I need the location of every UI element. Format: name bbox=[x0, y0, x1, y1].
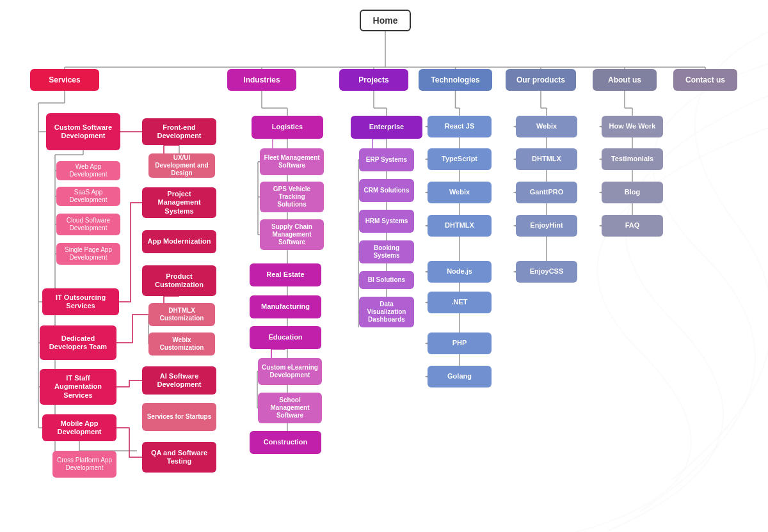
nav-contact-us[interactable]: Contact us bbox=[673, 69, 737, 91]
node-label: Data Visualization Dashboards bbox=[363, 301, 410, 324]
node-label: CRM Solutions bbox=[364, 187, 409, 194]
node-label: App Modernization bbox=[148, 237, 211, 246]
node-label: TypeScript bbox=[442, 155, 477, 163]
web-app-node[interactable]: Web App Development bbox=[56, 161, 120, 180]
blog-node[interactable]: Blog bbox=[602, 182, 663, 203]
erp-node[interactable]: ERP Systems bbox=[359, 148, 414, 171]
nav-label: Our products bbox=[516, 75, 565, 84]
crm-node[interactable]: CRM Solutions bbox=[359, 179, 414, 202]
node-label: Education bbox=[268, 333, 302, 341]
frontend-node[interactable]: Front-end Development bbox=[142, 118, 216, 145]
node-label: Booking Systems bbox=[363, 244, 410, 260]
product-custom-node[interactable]: Product Customization bbox=[142, 265, 216, 296]
node-label: FAQ bbox=[625, 221, 640, 230]
custom-elearning-node[interactable]: Custom eLearning Development bbox=[258, 358, 322, 385]
node-label: Web App Development bbox=[60, 163, 116, 178]
hrm-node[interactable]: HRM Systems bbox=[359, 210, 414, 233]
node-label: GPS Vehicle Tracking Solutions bbox=[264, 185, 320, 208]
cross-platform-node[interactable]: Cross Platform App Development bbox=[52, 451, 116, 478]
node-label: Enterprise bbox=[369, 123, 404, 131]
testimonials-node[interactable]: Testimonials bbox=[602, 148, 663, 170]
node-label: Cloud Software Development bbox=[60, 217, 116, 232]
nodejs-node[interactable]: Node.js bbox=[428, 261, 492, 283]
enterprise-node[interactable]: Enterprise bbox=[351, 116, 422, 139]
node-label: Supply Chain Management Software bbox=[264, 223, 320, 246]
nav-our-products[interactable]: Our products bbox=[506, 69, 576, 91]
node-label: SaaS App Development bbox=[60, 189, 116, 204]
dedicated-dev-node[interactable]: Dedicated Developers Team bbox=[40, 325, 116, 360]
app-modern-node[interactable]: App Modernization bbox=[142, 230, 216, 253]
node-label: Cross Platform App Development bbox=[56, 457, 113, 472]
manufacturing-node[interactable]: Manufacturing bbox=[250, 295, 321, 318]
single-page-node[interactable]: Single Page App Development bbox=[56, 243, 120, 265]
enjoyhint-node[interactable]: EnjoyHint bbox=[516, 215, 577, 237]
supply-chain-node[interactable]: Supply Chain Management Software bbox=[260, 219, 324, 250]
nav-label: About us bbox=[608, 75, 641, 84]
node-label: DHTMLX Customization bbox=[152, 307, 211, 322]
home-label: Home bbox=[373, 15, 398, 26]
logistics-node[interactable]: Logistics bbox=[252, 116, 323, 139]
webix-tech-node[interactable]: Webix bbox=[428, 182, 492, 203]
nav-about-us[interactable]: About us bbox=[593, 69, 657, 91]
custom-software-node[interactable]: Custom Software Development bbox=[46, 113, 120, 150]
ai-software-node[interactable]: AI Software Development bbox=[142, 366, 216, 395]
education-node[interactable]: Education bbox=[250, 326, 321, 349]
bi-solutions-node[interactable]: BI Solutions bbox=[359, 271, 414, 289]
qa-testing-node[interactable]: QA and Software Testing bbox=[142, 442, 216, 473]
node-label: Logistics bbox=[272, 123, 303, 131]
node-label: Single Page App Development bbox=[60, 246, 116, 262]
construction-node[interactable]: Construction bbox=[250, 431, 321, 454]
php-node[interactable]: PHP bbox=[428, 332, 492, 354]
golang-node[interactable]: Golang bbox=[428, 366, 492, 387]
enjoycss-node[interactable]: EnjoyCSS bbox=[516, 261, 577, 283]
node-label: Webix bbox=[449, 188, 470, 196]
node-label: Project Management Systems bbox=[146, 190, 212, 215]
saas-app-node[interactable]: SaaS App Development bbox=[56, 187, 120, 206]
nav-services[interactable]: Services bbox=[30, 69, 99, 91]
booking-node[interactable]: Booking Systems bbox=[359, 240, 414, 263]
it-staff-node[interactable]: IT Staff Augmentation Services bbox=[40, 369, 116, 405]
node-label: EnjoyCSS bbox=[530, 267, 564, 276]
uxui-node[interactable]: UX/UI Development and Design bbox=[148, 153, 215, 178]
nav-industries[interactable]: Industries bbox=[227, 69, 296, 91]
reactjs-node[interactable]: React JS bbox=[428, 116, 492, 137]
node-label: Golang bbox=[447, 372, 472, 380]
node-label: Blog bbox=[625, 188, 640, 196]
node-label: HRM Systems bbox=[365, 217, 408, 225]
faq-node[interactable]: FAQ bbox=[602, 215, 663, 237]
webix-prod-node[interactable]: Webix bbox=[516, 116, 577, 137]
mobile-app-node[interactable]: Mobile App Development bbox=[42, 414, 116, 441]
fleet-mgmt-node[interactable]: Fleet Management Software bbox=[260, 148, 324, 175]
dhtmlx-tech-node[interactable]: DHTMLX bbox=[428, 215, 492, 237]
node-label: QA and Software Testing bbox=[146, 449, 212, 465]
real-estate-node[interactable]: Real Estate bbox=[250, 263, 321, 286]
it-outsourcing-node[interactable]: IT Outsourcing Services bbox=[42, 288, 119, 315]
node-label: Construction bbox=[264, 438, 307, 446]
node-label: Webix Customization bbox=[152, 336, 211, 352]
node-label: Real Estate bbox=[266, 270, 304, 279]
cloud-software-node[interactable]: Cloud Software Development bbox=[56, 214, 120, 235]
typescript-node[interactable]: TypeScript bbox=[428, 148, 492, 170]
project-mgmt-node[interactable]: Project Management Systems bbox=[142, 187, 216, 218]
dhtmlx-custom-node[interactable]: DHTMLX Customization bbox=[148, 303, 215, 326]
nav-label: Contact us bbox=[685, 75, 725, 84]
node-label: Mobile App Development bbox=[46, 419, 113, 436]
nav-technologies[interactable]: Technologies bbox=[419, 69, 492, 91]
home-node[interactable]: Home bbox=[360, 10, 411, 31]
gps-vehicle-node[interactable]: GPS Vehicle Tracking Solutions bbox=[260, 182, 324, 212]
services-startups-node[interactable]: Services for Startups bbox=[142, 403, 216, 431]
webix-custom-node[interactable]: Webix Customization bbox=[148, 332, 215, 356]
how-we-work-node[interactable]: How We Work bbox=[602, 116, 663, 137]
data-viz-node[interactable]: Data Visualization Dashboards bbox=[359, 297, 414, 327]
nav-projects[interactable]: Projects bbox=[339, 69, 408, 91]
node-label: .NET bbox=[451, 298, 467, 306]
dotnet-node[interactable]: .NET bbox=[428, 292, 492, 313]
dhtmlx-prod-node[interactable]: DHTMLX bbox=[516, 148, 577, 170]
node-label: Dedicated Developers Team bbox=[44, 334, 113, 351]
node-label: BI Solutions bbox=[368, 276, 405, 284]
ganttpro-node[interactable]: GanttPRO bbox=[516, 182, 577, 203]
node-label: Fleet Management Software bbox=[264, 154, 320, 169]
school-mgmt-node[interactable]: School Management Software bbox=[258, 393, 322, 423]
node-label: Webix bbox=[536, 122, 557, 130]
node-label: GanttPRO bbox=[530, 188, 564, 196]
